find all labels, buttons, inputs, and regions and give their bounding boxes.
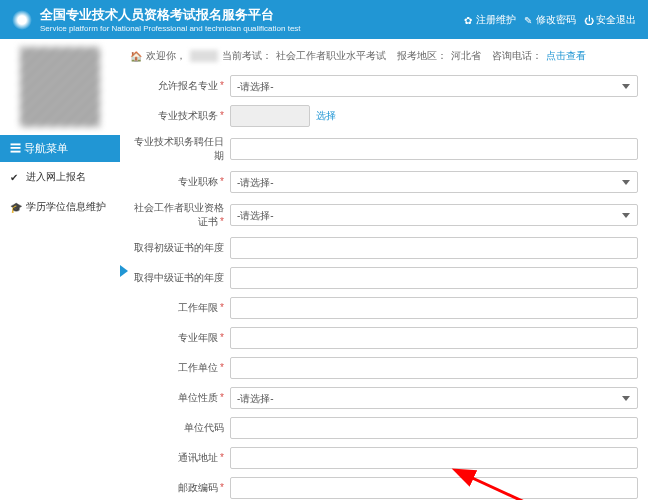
content: 🏠 欢迎你， 当前考试： 社会工作者职业水平考试 报考地区： 河北省 咨询电话：… (120, 39, 648, 500)
app-subtitle: Service platform for National Profession… (40, 24, 301, 33)
graduation-icon: 🎓 (10, 202, 20, 212)
select-allow-major[interactable]: -请选择- (230, 75, 638, 97)
sidebar-item-edu[interactable]: 🎓 学历学位信息维护 (0, 192, 120, 222)
tab-indicator-icon (120, 265, 128, 277)
select-unit-nature[interactable]: -请选择- (230, 387, 638, 409)
breadcrumb: 🏠 欢迎你， 当前考试： 社会工作者职业水平考试 报考地区： 河北省 咨询电话：… (130, 43, 638, 69)
nav-header: ☰ 导航菜单 (0, 135, 120, 162)
sidebar-item-label: 进入网上报名 (26, 170, 86, 184)
label-allow-major: 允许报名专业* (130, 79, 230, 93)
home-icon: 🏠 (130, 51, 142, 62)
app-title: 全国专业技术人员资格考试报名服务平台 (40, 6, 301, 24)
label-mid-cert-year: 取得中级证书的年度 (130, 271, 230, 285)
power-icon: ⏻ (584, 15, 594, 25)
label-work-unit: 工作单位* (130, 361, 230, 375)
label-pro-years: 专业年限* (130, 331, 230, 345)
label-tech-title: 专业技术职务* (130, 109, 230, 123)
input-pro-years[interactable] (230, 327, 638, 349)
input-primary-cert-year[interactable] (230, 237, 638, 259)
label-social-cert: 社会工作者职业资格证书* (130, 201, 230, 229)
label-unit-nature: 单位性质* (130, 391, 230, 405)
label-address: 通讯地址* (130, 451, 230, 465)
sidebar-item-enroll[interactable]: ✔ 进入网上报名 (0, 162, 120, 192)
form: 允许报名专业* -请选择- 专业技术职务* 选择 专业技术职务聘任日期 专业职称… (130, 75, 638, 500)
check-icon: ✔ (10, 172, 20, 182)
logo-icon (12, 10, 32, 30)
input-mid-cert-year[interactable] (230, 267, 638, 289)
avatar (20, 47, 100, 127)
user-name-blurred (190, 50, 218, 62)
label-postcode: 邮政编码* (130, 481, 230, 495)
link-password[interactable]: ✎修改密码 (524, 13, 576, 27)
link-register[interactable]: ✿注册维护 (464, 13, 516, 27)
input-work-years[interactable] (230, 297, 638, 319)
input-postcode[interactable] (230, 477, 638, 499)
label-pro-title: 专业职称* (130, 175, 230, 189)
label-work-years: 工作年限* (130, 301, 230, 315)
select-tech-title-link[interactable]: 选择 (316, 109, 336, 123)
input-work-unit[interactable] (230, 357, 638, 379)
gear-icon: ✿ (464, 15, 474, 25)
header-left: 全国专业技术人员资格考试报名服务平台 Service platform for … (12, 6, 301, 33)
sidebar-item-label: 学历学位信息维护 (26, 200, 106, 214)
label-unit-code: 单位代码 (130, 421, 230, 435)
link-logout[interactable]: ⏻安全退出 (584, 13, 636, 27)
input-tech-title[interactable] (230, 105, 310, 127)
sidebar: ☰ 导航菜单 ✔ 进入网上报名 🎓 学历学位信息维护 (0, 39, 120, 500)
label-tech-title-date: 专业技术职务聘任日期 (130, 135, 230, 163)
input-tech-title-date[interactable] (230, 138, 638, 160)
select-pro-title[interactable]: -请选择- (230, 171, 638, 193)
app-header: 全国专业技术人员资格考试报名服务平台 Service platform for … (0, 0, 648, 39)
main: ☰ 导航菜单 ✔ 进入网上报名 🎓 学历学位信息维护 🏠 欢迎你， 当前考试： … (0, 39, 648, 500)
label-primary-cert-year: 取得初级证书的年度 (130, 241, 230, 255)
input-address[interactable] (230, 447, 638, 469)
input-unit-code[interactable] (230, 417, 638, 439)
edit-icon: ✎ (524, 15, 534, 25)
select-social-cert[interactable]: -请选择- (230, 204, 638, 226)
phone-link[interactable]: 点击查看 (546, 49, 586, 63)
header-links: ✿注册维护 ✎修改密码 ⏻安全退出 (464, 13, 636, 27)
